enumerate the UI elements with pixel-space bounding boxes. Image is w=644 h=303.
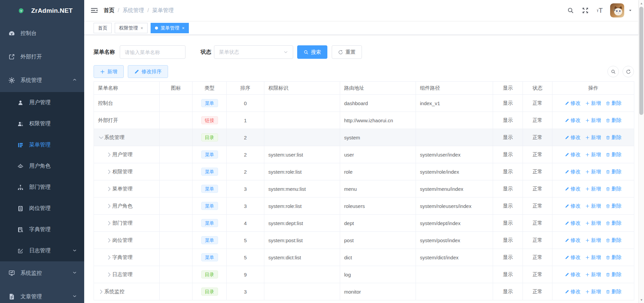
perm-cell (264, 129, 340, 146)
edit-row-link[interactable]: 修改 (565, 220, 581, 226)
expand-row-icon[interactable] (106, 271, 112, 278)
add-row-link[interactable]: 新增 (585, 169, 601, 175)
font-size-icon[interactable]: тT (597, 7, 603, 14)
tab-权限管理[interactable]: 权限管理× (115, 23, 148, 33)
sidebar-item-post[interactable]: 岗位管理 (0, 198, 84, 219)
sidebar-toggle-icon[interactable] (91, 7, 98, 14)
delete-row-link[interactable]: 删除 (606, 186, 622, 192)
breadcrumb-item[interactable]: 系统管理 (122, 7, 144, 14)
expand-collapse-icon[interactable] (98, 134, 104, 141)
app-logo[interactable]: V ZrAdmin.NET (0, 0, 84, 21)
scrollbar-up-icon[interactable]: ▲ (639, 2, 644, 5)
edit-row-link[interactable]: 修改 (565, 169, 581, 175)
sidebar-item-role[interactable]: 权限管理 (0, 113, 84, 134)
edit-row-link[interactable]: 修改 (565, 186, 581, 192)
edit-row-link[interactable]: 修改 (565, 134, 581, 141)
table-row[interactable]: 日志管理目录9log显示正常修改新增删除 (94, 266, 634, 283)
scrollbar-thumb[interactable] (639, 7, 643, 115)
table-row[interactable]: 控制台菜单0dashboardindex_v1显示正常修改新增删除 (94, 95, 634, 112)
expand-row-icon[interactable] (98, 289, 104, 295)
sidebar-item-dashboard[interactable]: 控制台 (0, 21, 84, 45)
table-row[interactable]: 部门管理菜单4system:dept:listdeptsystem/dept/i… (94, 215, 634, 232)
add-row-link[interactable]: 新增 (585, 203, 601, 209)
table-row[interactable]: 权限管理菜单2system:role:listrolesystem/role/i… (94, 163, 634, 180)
sidebar-item-article[interactable]: 文章管理 (0, 285, 84, 303)
expand-row-icon[interactable] (106, 169, 112, 175)
edit-row-link[interactable]: 修改 (565, 254, 581, 261)
tab-首页[interactable]: 首页 (94, 23, 112, 33)
sort-edit-button[interactable]: 修改排序 (128, 65, 168, 78)
close-tab-icon[interactable]: × (141, 26, 143, 31)
add-row-link[interactable]: 新增 (585, 134, 601, 141)
sidebar-item-system[interactable]: 系统管理 (0, 69, 84, 92)
delete-row-link[interactable]: 删除 (606, 152, 622, 158)
sidebar-item-user[interactable]: 用户管理 (0, 92, 84, 113)
edit-row-link[interactable]: 修改 (565, 117, 581, 124)
sidebar-item-dict[interactable]: 字典管理 (0, 219, 84, 240)
search-button[interactable]: 搜索 (297, 45, 327, 59)
expand-row-icon[interactable] (106, 237, 112, 244)
expand-row-icon[interactable] (106, 152, 112, 158)
status-select[interactable]: 菜单状态 (214, 45, 293, 59)
column-header: 排序 (227, 82, 264, 95)
edit-row-link[interactable]: 修改 (565, 203, 581, 209)
table-row[interactable]: 用户角色菜单3system:role:listroleuserssystem/r… (94, 198, 634, 215)
reset-button[interactable]: 重置 (332, 45, 362, 59)
add-row-link[interactable]: 新增 (585, 237, 601, 244)
expand-row-icon[interactable] (106, 254, 112, 261)
fullscreen-icon[interactable] (582, 7, 589, 14)
edit-row-link[interactable]: 修改 (565, 152, 581, 158)
expand-row-icon[interactable] (106, 220, 112, 226)
add-row-link[interactable]: 新增 (585, 152, 601, 158)
sidebar-item-menu[interactable]: 菜单管理 (0, 134, 84, 156)
sidebar-item-monitor[interactable]: 系统监控 (0, 261, 84, 285)
add-row-link[interactable]: 新增 (585, 100, 601, 106)
sidebar-item-log[interactable]: 日志管理 (0, 240, 84, 261)
plus-icon (585, 221, 590, 225)
edit-row-link[interactable]: 修改 (565, 289, 581, 295)
breadcrumb-item[interactable]: 首页 (104, 7, 114, 14)
toggle-search-button[interactable] (607, 66, 619, 77)
delete-row-link[interactable]: 删除 (606, 134, 622, 141)
table-row[interactable]: 外部打开链接1http://www.izhaorui.cn显示正常修改新增删除 (94, 112, 634, 129)
add-row-link[interactable]: 新增 (585, 186, 601, 192)
menu-name-input[interactable] (120, 45, 185, 59)
tab-菜单管理[interactable]: 菜单管理× (151, 23, 189, 33)
delete-row-link[interactable]: 删除 (606, 271, 622, 278)
table-row[interactable]: 系统管理目录2system显示正常修改新增删除 (94, 129, 634, 146)
delete-row-link[interactable]: 删除 (606, 289, 622, 295)
delete-row-link[interactable]: 删除 (606, 203, 622, 209)
edit-row-link[interactable]: 修改 (565, 237, 581, 244)
delete-row-link[interactable]: 删除 (606, 169, 622, 175)
add-button[interactable]: 新增 (94, 65, 124, 78)
delete-row-link[interactable]: 删除 (606, 100, 622, 106)
user-caret-down-icon[interactable] (628, 8, 632, 12)
scrollbar-down-icon[interactable]: ▼ (639, 298, 644, 302)
table-row[interactable]: 菜单管理菜单3system:menu:listmenusystem/menu/i… (94, 180, 634, 198)
table-row[interactable]: 用户管理菜单2system:user:listusersystem/user/i… (94, 146, 634, 163)
page-scrollbar[interactable]: ▲ ▼ (638, 0, 644, 303)
edit-row-link[interactable]: 修改 (565, 100, 581, 106)
sidebar-item-roleusers[interactable]: 用户角色 (0, 156, 84, 177)
add-row-link[interactable]: 新增 (585, 271, 601, 278)
table-row[interactable]: 系统监控目录3monitor显示正常修改新增删除 (94, 283, 634, 300)
add-row-link[interactable]: 新增 (585, 289, 601, 295)
expand-row-icon[interactable] (106, 186, 112, 192)
expand-row-icon[interactable] (106, 203, 112, 209)
sidebar-item-dept[interactable]: 部门管理 (0, 177, 84, 198)
edit-row-link[interactable]: 修改 (565, 271, 581, 278)
delete-row-link[interactable]: 删除 (606, 237, 622, 244)
table-row[interactable]: 字典管理菜单5system:dict:listdictsystem/dict/i… (94, 249, 634, 266)
close-tab-icon[interactable]: × (182, 26, 185, 31)
add-row-link[interactable]: 新增 (585, 254, 601, 261)
refresh-table-button[interactable] (623, 66, 634, 77)
delete-row-link[interactable]: 删除 (606, 117, 622, 124)
search-icon[interactable] (567, 7, 574, 14)
delete-row-link[interactable]: 删除 (606, 254, 622, 261)
table-row[interactable]: 岗位管理菜单5system:post:listpostsystem/post/i… (94, 232, 634, 249)
user-avatar[interactable] (610, 3, 624, 17)
add-row-link[interactable]: 新增 (585, 220, 601, 226)
add-row-link[interactable]: 新增 (585, 117, 601, 124)
sidebar-item-external[interactable]: 外部打开 (0, 45, 84, 69)
delete-row-link[interactable]: 删除 (606, 220, 622, 226)
